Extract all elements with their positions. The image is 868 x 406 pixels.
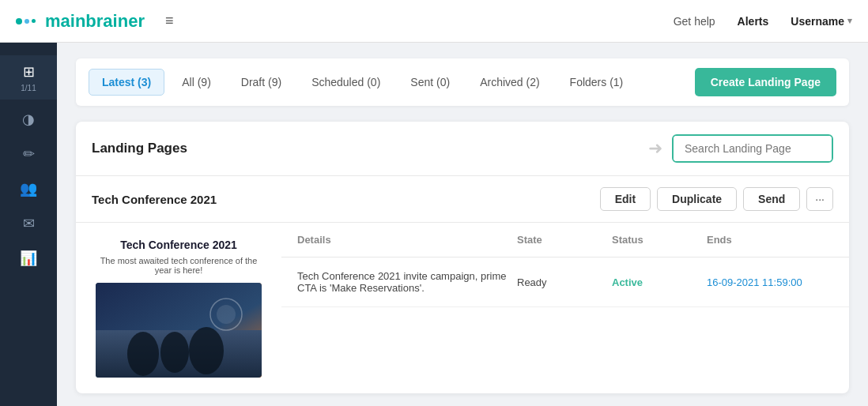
cell-state: Ready [517, 276, 612, 288]
logo-dots [16, 18, 36, 24]
analytics-icon: ◑ [22, 111, 35, 128]
logo-text: mainbrainer [45, 11, 145, 32]
hamburger-icon[interactable]: ≡ [165, 13, 174, 29]
topnav: mainbrainer ≡ Get help Alerts Username [0, 0, 868, 43]
logo-dot-3 [32, 19, 36, 23]
preview-thumbnail: Tech Conference 2021 The most awaited te… [76, 223, 281, 393]
svg-point-3 [160, 332, 189, 373]
layout: ⊞ 1/11 ◑ ✏ 👥 ✉ 📊 Latest (3) All (9) Draf… [0, 43, 868, 406]
alerts-link[interactable]: Alerts [738, 15, 769, 28]
tab-bar: Latest (3) All (9) Draft (9) Scheduled (… [76, 58, 849, 106]
sidebar-item-reports[interactable]: 📊 [0, 242, 57, 273]
sidebar: ⊞ 1/11 ◑ ✏ 👥 ✉ 📊 [0, 43, 57, 406]
cell-ends: 16-09-2021 11:59:00 [707, 276, 833, 288]
edit-button[interactable]: Edit [600, 187, 651, 211]
header-status: Status [612, 234, 707, 246]
logo-dot-2 [25, 19, 29, 24]
campaigns-icon: ✉ [23, 215, 35, 232]
cell-status: Active [612, 276, 707, 288]
detail-section: Tech Conference 2021 The most awaited te… [76, 223, 849, 393]
main-content: Latest (3) All (9) Draft (9) Scheduled (… [57, 43, 868, 406]
sidebar-page-num: 1/11 [21, 84, 36, 93]
svg-point-6 [217, 305, 236, 324]
search-box-wrapper [672, 134, 833, 163]
search-landing-page-input[interactable] [674, 136, 832, 161]
header-ends: Ends [707, 234, 833, 246]
dashboard-icon: ⊞ [23, 63, 35, 81]
preview-title: Tech Conference 2021 [120, 239, 237, 251]
more-options-button[interactable]: ··· [806, 187, 833, 211]
logo-dot-1 [16, 18, 22, 24]
preview-subtitle: The most awaited tech conference of the … [92, 256, 266, 275]
search-area: ➜ [648, 134, 833, 163]
tab-all[interactable]: All (9) [169, 70, 224, 95]
sidebar-item-editor[interactable]: ✏ [0, 137, 57, 169]
topnav-right: Get help Alerts Username [674, 15, 852, 28]
logo-main: main [45, 11, 85, 31]
edit-icon: ✏ [23, 145, 35, 163]
get-help-link[interactable]: Get help [674, 15, 715, 28]
reports-icon: 📊 [20, 250, 37, 267]
create-landing-page-button[interactable]: Create Landing Page [695, 68, 836, 96]
preview-image [96, 283, 262, 378]
tab-latest[interactable]: Latest (3) [89, 69, 164, 96]
tab-folders[interactable]: Folders (1) [557, 70, 636, 95]
svg-point-2 [127, 332, 159, 376]
data-table: Details State Status Ends Tech Conferenc… [281, 223, 849, 393]
tab-sent[interactable]: Sent (0) [398, 70, 462, 95]
preview-image-overlay [96, 283, 262, 378]
arrow-right-icon: ➜ [648, 138, 662, 159]
username-menu[interactable]: Username [791, 15, 852, 28]
card-header: Landing Pages ➜ [76, 122, 849, 176]
landing-page-row: Tech Conference 2021 Edit Duplicate Send… [76, 176, 849, 223]
row-actions: Edit Duplicate Send ··· [600, 187, 833, 211]
tab-scheduled[interactable]: Scheduled (0) [299, 70, 393, 95]
logo-area: mainbrainer ≡ [16, 11, 173, 32]
sidebar-item-analytics[interactable]: ◑ [0, 103, 57, 134]
preview-svg [96, 283, 262, 378]
card-title: Landing Pages [92, 141, 187, 156]
svg-point-4 [189, 327, 224, 374]
contacts-icon: 👥 [20, 180, 37, 197]
tab-archived[interactable]: Archived (2) [467, 70, 552, 95]
cell-details: Tech Conference 2021 invite campaign, pr… [297, 270, 517, 294]
table-row: Tech Conference 2021 invite campaign, pr… [281, 258, 849, 307]
sidebar-item-dashboard[interactable]: ⊞ 1/11 [0, 55, 57, 100]
header-state: State [517, 234, 612, 246]
sidebar-item-campaigns[interactable]: ✉ [0, 207, 57, 239]
sidebar-item-contacts[interactable]: 👥 [0, 172, 57, 204]
table-header: Details State Status Ends [281, 223, 849, 258]
logo-brainer: brainer [85, 11, 145, 31]
landing-page-title: Tech Conference 2021 [92, 193, 217, 206]
duplicate-button[interactable]: Duplicate [657, 187, 737, 211]
landing-pages-card: Landing Pages ➜ Tech Conference 2021 Edi… [76, 122, 849, 393]
send-button[interactable]: Send [743, 187, 800, 211]
tab-draft[interactable]: Draft (9) [228, 70, 294, 95]
header-details: Details [297, 234, 517, 246]
